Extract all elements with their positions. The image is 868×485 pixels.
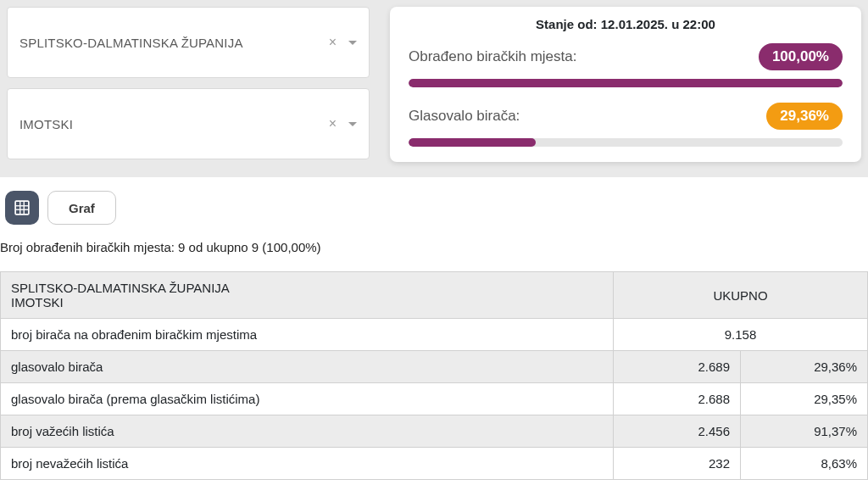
turnout-bar-fill [409, 138, 536, 147]
processed-label: Obrađeno biračkih mjesta: [409, 48, 576, 65]
turnout-label: Glasovalo birača: [409, 108, 520, 125]
table-header-location: SPLITSKO-DALMATINSKA ŽUPANIJA IMOTSKI [1, 272, 614, 319]
processed-bar [409, 79, 843, 87]
chevron-down-icon[interactable] [348, 41, 357, 45]
row-label: broj nevažećih listića [1, 448, 614, 480]
results-table: SPLITSKO-DALMATINSKA ŽUPANIJA IMOTSKI UK… [0, 271, 868, 480]
processed-bar-fill [409, 79, 843, 87]
processed-badge: 100,00% [759, 43, 843, 70]
svg-rect-0 [15, 201, 29, 215]
municipality-clear-icon[interactable]: × [329, 116, 337, 131]
row-label: broj važećih listića [1, 415, 614, 448]
graph-tab-label: Graf [69, 201, 95, 215]
municipality-select[interactable]: IMOTSKI × [7, 88, 370, 159]
table-row: glasovalo birača (prema glasačkim listić… [1, 383, 868, 415]
row-label: glasovalo birača [1, 351, 614, 383]
status-timestamp: Stanje od: 12.01.2025. u 22:00 [409, 17, 843, 31]
region-select-value: SPLITSKO-DALMATINSKA ŽUPANIJA [19, 36, 329, 50]
region-clear-icon[interactable]: × [329, 35, 337, 50]
row-value: 2.456 [614, 415, 741, 448]
table-row: broj važećih listića2.45691,37% [1, 415, 868, 448]
row-percent: 29,36% [741, 351, 868, 383]
graph-view-tab[interactable]: Graf [47, 191, 116, 225]
region-select[interactable]: SPLITSKO-DALMATINSKA ŽUPANIJA × [7, 7, 370, 78]
turnout-bar [409, 138, 843, 147]
row-value: 2.688 [614, 383, 741, 415]
table-icon [14, 200, 30, 215]
row-percent: 91,37% [741, 415, 868, 448]
row-percent: 29,35% [741, 383, 868, 415]
table-row: broj birača na obrađenim biračkim mjesti… [1, 319, 868, 351]
table-header-total: UKUPNO [614, 272, 868, 319]
status-panel: Stanje od: 12.01.2025. u 22:00 Obrađeno … [390, 7, 861, 162]
processed-summary: Broj obrađenih biračkih mjesta: 9 od uku… [0, 230, 868, 268]
row-value: 2.689 [614, 351, 741, 383]
turnout-badge: 29,36% [766, 103, 843, 130]
municipality-select-value: IMOTSKI [19, 117, 329, 131]
row-label: broj birača na obrađenim biračkim mjesti… [1, 319, 614, 351]
table-row: glasovalo birača2.68929,36% [1, 351, 868, 383]
chevron-down-icon[interactable] [348, 122, 357, 126]
table-row: broj nevažećih listića2328,63% [1, 448, 868, 480]
table-view-tab[interactable] [5, 191, 39, 225]
row-label: glasovalo birača (prema glasačkim listić… [1, 383, 614, 415]
row-percent: 8,63% [741, 448, 868, 480]
row-value: 9.158 [614, 319, 868, 351]
row-value: 232 [614, 448, 741, 480]
